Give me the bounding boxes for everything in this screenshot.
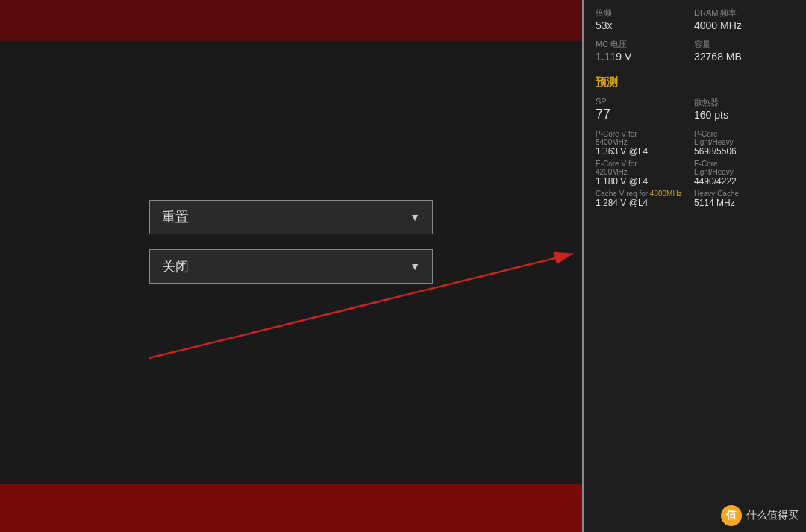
dropdown-area: 重置 ▼ 关闭 ▼ — [0, 41, 582, 532]
watermark-logo: 值 — [721, 505, 742, 526]
ecore-sub: Light/Heavy — [694, 168, 793, 176]
dram-value: 4000 MHz — [694, 19, 793, 31]
sp-heatsink-row: SP 77 散热器 160 pts — [596, 97, 793, 122]
left-panel: 重置 ▼ 关闭 ▼ — [0, 0, 582, 532]
sp-label: SP — [596, 97, 694, 106]
capacity-label: 容量 — [694, 39, 793, 50]
dram-col: DRAM 频率 4000 MHz — [694, 7, 793, 31]
close-dropdown-label: 关闭 — [162, 257, 189, 275]
pcore-value: 5698/5506 — [694, 146, 793, 157]
pcore-v-col: P-Core V for 5400MHz 1.363 V @L4 — [596, 130, 694, 157]
cache-v-value: 1.284 V @L4 — [596, 198, 694, 208]
watermark: 值 什么值得买 — [721, 505, 799, 526]
capacity-col: 容量 32768 MB — [694, 39, 793, 63]
mc-capacity-row: MC 电压 1.119 V 容量 32768 MB — [596, 39, 793, 63]
pcore-v-freq: 5400MHz — [596, 138, 694, 146]
capacity-value: 32768 MB — [694, 51, 793, 63]
ecore-v-col: E-Core V for 4200MHz 1.180 V @L4 — [596, 160, 694, 187]
pcore-v-row: P-Core V for 5400MHz 1.363 V @L4 P-Core … — [596, 130, 793, 157]
right-panel: 倍频 53x DRAM 频率 4000 MHz MC 电压 1.119 V 容量… — [582, 0, 806, 532]
cache-v-row: Cache V req for 4800MHz 1.284 V @L4 Heav… — [596, 190, 793, 208]
pcore-label: P-Core — [694, 130, 793, 138]
ecore-label: E-Core — [694, 160, 793, 168]
mc-voltage-label: MC 电压 — [596, 39, 694, 50]
bottom-bar — [0, 484, 582, 532]
divider1 — [596, 69, 793, 69]
mc-voltage-value: 1.119 V — [596, 51, 694, 63]
pcore-v-value: 1.363 V @L4 — [596, 146, 694, 157]
pcore-col: P-Core Light/Heavy 5698/5506 — [694, 130, 793, 157]
pcore-v-label: P-Core V for — [596, 130, 694, 138]
top-info-section: 倍频 53x DRAM 频率 4000 MHz MC 电压 1.119 V 容量… — [596, 7, 793, 63]
ecore-v-row: E-Core V for 4200MHz 1.180 V @L4 E-Core … — [596, 160, 793, 187]
heavy-cache-label: Heavy Cache — [694, 190, 793, 198]
ecore-value: 4490/4222 — [694, 176, 793, 187]
sp-col: SP 77 — [596, 97, 694, 122]
close-dropdown-arrow: ▼ — [410, 260, 420, 272]
dropdown1-wrapper: 重置 ▼ — [149, 200, 433, 234]
dropdown2-wrapper: 关闭 ▼ — [149, 249, 433, 284]
heatsink-col: 散热器 160 pts — [694, 97, 793, 122]
ecore-col: E-Core Light/Heavy 4490/4222 — [694, 160, 793, 187]
ecore-v-freq: 4200MHz — [596, 168, 694, 176]
heavy-cache-col: Heavy Cache 5114 MHz — [694, 190, 793, 208]
multiplier-col: 倍频 53x — [596, 7, 694, 31]
top-bar — [0, 0, 582, 41]
sp-value: 77 — [596, 107, 694, 122]
cache-v-col: Cache V req for 4800MHz 1.284 V @L4 — [596, 190, 694, 208]
multiplier-dram-row: 倍频 53x DRAM 频率 4000 MHz — [596, 7, 793, 31]
reset-dropdown-label: 重置 — [162, 208, 189, 226]
reset-dropdown-arrow: ▼ — [410, 211, 420, 223]
divider-line — [582, 0, 584, 532]
heatsink-label: 散热器 — [694, 97, 793, 108]
multiplier-value: 53x — [596, 19, 694, 31]
mc-voltage-col: MC 电压 1.119 V — [596, 39, 694, 63]
reset-dropdown[interactable]: 重置 ▼ — [149, 200, 433, 234]
ecore-v-label: E-Core V for — [596, 160, 694, 168]
pcore-sub: Light/Heavy — [694, 138, 793, 146]
heavy-cache-value: 5114 MHz — [694, 198, 793, 208]
cache-v-label: Cache V req for 4800MHz — [596, 190, 694, 198]
close-dropdown[interactable]: 关闭 ▼ — [149, 249, 433, 284]
ecore-v-value: 1.180 V @L4 — [596, 176, 694, 187]
watermark-text: 什么值得买 — [746, 509, 799, 522]
heatsink-value: 160 pts — [694, 109, 793, 121]
dram-label: DRAM 频率 — [694, 7, 793, 19]
prediction-title: 预测 — [596, 75, 793, 90]
multiplier-label: 倍频 — [596, 7, 694, 19]
